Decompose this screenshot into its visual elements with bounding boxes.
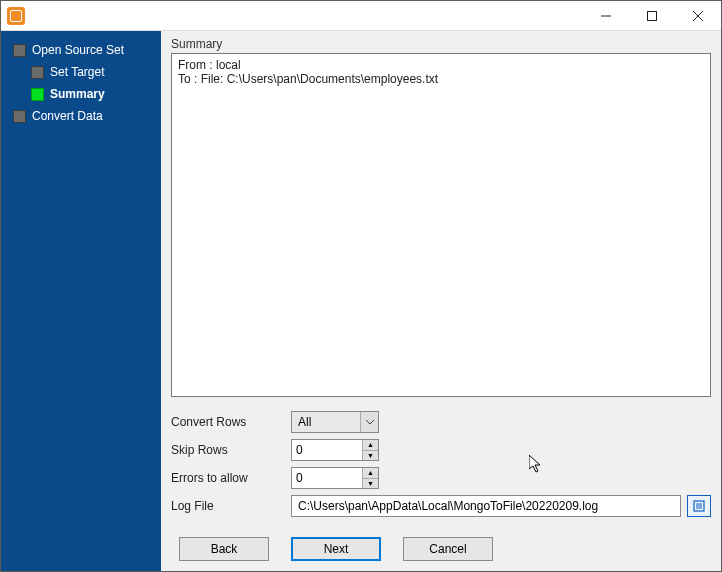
step-node-icon bbox=[13, 110, 26, 123]
next-button[interactable]: Next bbox=[291, 537, 381, 561]
wizard-sidebar: Open Source Set Set Target Summary Conve… bbox=[1, 31, 161, 571]
spinner-up-icon[interactable]: ▲ bbox=[363, 440, 378, 451]
minimize-button[interactable] bbox=[583, 1, 629, 31]
skip-rows-input[interactable] bbox=[292, 440, 362, 460]
errors-input[interactable] bbox=[292, 468, 362, 488]
app-icon bbox=[7, 7, 25, 25]
spinner-down-icon[interactable]: ▼ bbox=[363, 479, 378, 489]
logfile-input[interactable] bbox=[291, 495, 681, 517]
sidebar-item-summary[interactable]: Summary bbox=[1, 83, 161, 105]
file-browse-icon bbox=[692, 499, 706, 513]
logfile-label: Log File bbox=[171, 499, 291, 513]
skip-rows-spinner[interactable]: ▲ ▼ bbox=[291, 439, 379, 461]
summary-label: Summary bbox=[171, 37, 711, 51]
svg-rect-1 bbox=[648, 11, 657, 20]
spinner-down-icon[interactable]: ▼ bbox=[363, 451, 378, 461]
sidebar-item-label: Set Target bbox=[50, 65, 104, 79]
titlebar bbox=[1, 1, 721, 31]
spinner-up-icon[interactable]: ▲ bbox=[363, 468, 378, 479]
step-node-icon bbox=[31, 66, 44, 79]
errors-spinner[interactable]: ▲ ▼ bbox=[291, 467, 379, 489]
chevron-down-icon bbox=[360, 412, 378, 432]
cancel-button[interactable]: Cancel bbox=[403, 537, 493, 561]
summary-textarea[interactable]: From : local To : File: C:\Users\pan\Doc… bbox=[171, 53, 711, 397]
sidebar-item-convert-data[interactable]: Convert Data bbox=[1, 105, 161, 127]
sidebar-item-label: Summary bbox=[50, 87, 105, 101]
errors-label: Errors to allow bbox=[171, 471, 291, 485]
sidebar-item-set-target[interactable]: Set Target bbox=[1, 61, 161, 83]
convert-rows-value: All bbox=[292, 415, 360, 429]
sidebar-item-open-source-set[interactable]: Open Source Set bbox=[1, 39, 161, 61]
convert-rows-select[interactable]: All bbox=[291, 411, 379, 433]
sidebar-item-label: Open Source Set bbox=[32, 43, 124, 57]
maximize-button[interactable] bbox=[629, 1, 675, 31]
step-node-icon bbox=[13, 44, 26, 57]
browse-logfile-button[interactable] bbox=[687, 495, 711, 517]
convert-rows-label: Convert Rows bbox=[171, 415, 291, 429]
skip-rows-label: Skip Rows bbox=[171, 443, 291, 457]
close-button[interactable] bbox=[675, 1, 721, 31]
main-panel: Summary From : local To : File: C:\Users… bbox=[161, 31, 721, 571]
step-node-icon-active bbox=[31, 88, 44, 101]
back-button[interactable]: Back bbox=[179, 537, 269, 561]
sidebar-item-label: Convert Data bbox=[32, 109, 103, 123]
